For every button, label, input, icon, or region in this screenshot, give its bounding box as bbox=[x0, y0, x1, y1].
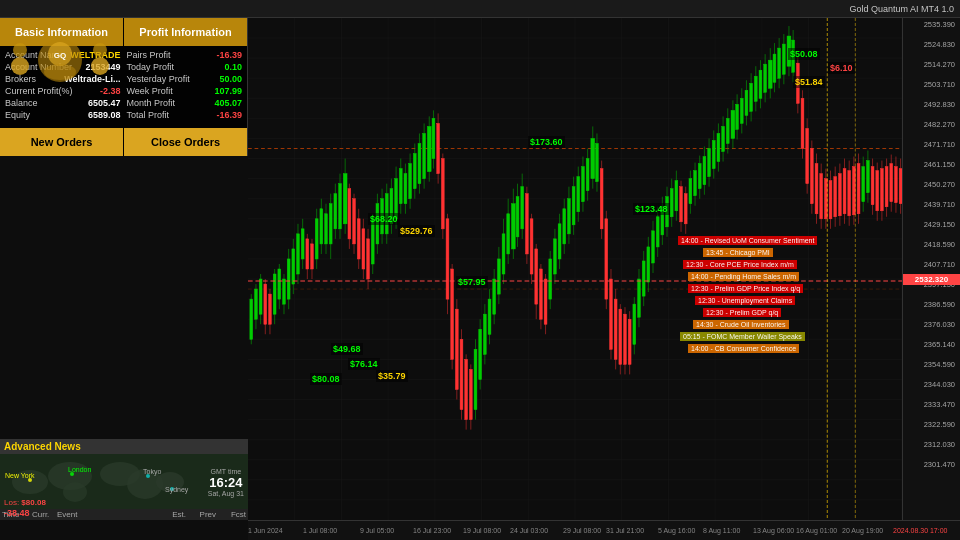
equity-value: 6589.08 bbox=[88, 110, 121, 120]
current-profit-label: Current Profit(%) bbox=[5, 86, 73, 96]
annotation-57-95: $57.95 bbox=[456, 276, 488, 288]
price-label-20: 2322.590 bbox=[924, 420, 958, 429]
balance-value: 6505.47 bbox=[88, 98, 121, 108]
new-orders-button[interactable]: New Orders bbox=[0, 128, 124, 156]
yesterday-profit-value: 50.00 bbox=[219, 74, 242, 84]
price-label-15: 2376.030 bbox=[924, 320, 958, 329]
time-label-6: 29 Jul 08:00 bbox=[563, 527, 601, 534]
price-label-3: 2503.710 bbox=[924, 80, 958, 89]
balance-label: Balance bbox=[5, 98, 38, 108]
news-header: Advanced News bbox=[0, 439, 248, 454]
annotation-529-76: $529.76 bbox=[398, 225, 435, 237]
close-orders-button[interactable]: Close Orders bbox=[124, 128, 247, 156]
current-profit-value: -2.38 bbox=[100, 86, 121, 96]
news-event-5: 12:30 - Prelim GDP Price Index q/q bbox=[688, 284, 803, 293]
price-label-16: 2365.140 bbox=[924, 340, 958, 349]
app-title: Gold Quantum AI MT4 1.0 bbox=[849, 4, 954, 14]
city-london: London bbox=[68, 466, 91, 473]
month-profit-label: Month Profit bbox=[127, 98, 176, 108]
today-profit-label: Today Profit bbox=[127, 62, 175, 72]
loss-info: Los: $80.08 bbox=[4, 498, 46, 507]
time-label-12: 20 Aug 19:00 bbox=[842, 527, 883, 534]
price-label-12: 2407.710 bbox=[924, 260, 958, 269]
chart-area: $68.20 $529.76 $57.95 $173.60 $123.48 $5… bbox=[248, 18, 960, 520]
news-panel: Advanced News New York London Tokyo Sydn… bbox=[0, 439, 248, 520]
total-profit-value: -16.39 bbox=[216, 110, 242, 120]
price-label-4: 2492.830 bbox=[924, 100, 958, 109]
annotation-35-79: $35.79 bbox=[376, 370, 408, 382]
price-label-2: 2514.270 bbox=[924, 60, 958, 69]
loss-label: Los: bbox=[4, 498, 19, 507]
price-label-9: 2439.710 bbox=[924, 200, 958, 209]
price-label-10: 2429.150 bbox=[924, 220, 958, 229]
news-event-2: 13:45 - Chicago PMI bbox=[703, 248, 773, 257]
week-profit-label: Week Profit bbox=[127, 86, 173, 96]
svg-point-3 bbox=[11, 57, 29, 75]
news-event-8: 14:30 - Crude Oil Inventories bbox=[693, 320, 789, 329]
current-price-label: 2532.320 bbox=[903, 274, 960, 285]
price-below-axis: -38.48 bbox=[4, 508, 30, 518]
price-label-0: 2535.390 bbox=[924, 20, 958, 29]
balance-row: Balance 6505.47 bbox=[5, 98, 121, 108]
gmt-date: Sat, Aug 31 bbox=[208, 489, 244, 496]
annotation-50-08: $50.08 bbox=[788, 48, 820, 60]
pairs-profit-label: Pairs Profit bbox=[127, 50, 171, 60]
price-label-14: 2386.590 bbox=[924, 300, 958, 309]
total-profit-row: Total Profit -16.39 bbox=[127, 110, 243, 120]
buttons-row: New Orders Close Orders bbox=[0, 128, 247, 156]
price-label-5: 2482.270 bbox=[924, 120, 958, 129]
annotation-76-14: $76.14 bbox=[348, 358, 380, 370]
time-label-7: 31 Jul 21:00 bbox=[606, 527, 644, 534]
news-table-header: Time Curr. Event Est. Prev Fcst bbox=[0, 509, 248, 520]
equity-row: Equity 6589.08 bbox=[5, 110, 121, 120]
news-col-event-header: Event bbox=[57, 510, 156, 519]
time-label-8: 5 Aug 16:00 bbox=[658, 527, 695, 534]
chart-canvas: $68.20 $529.76 $57.95 $173.60 $123.48 $5… bbox=[248, 18, 902, 520]
news-header-text: Advanced News bbox=[4, 441, 81, 452]
news-col-est-header: Est. bbox=[156, 510, 186, 519]
price-label-19: 2333.470 bbox=[924, 400, 958, 409]
today-profit-value: 0.10 bbox=[224, 62, 242, 72]
gold-face: GQ bbox=[0, 36, 120, 84]
profit-info-header: Profit Information bbox=[124, 18, 247, 46]
left-panel: GQ Basic Information Profit Information … bbox=[0, 18, 248, 156]
price-axis: 2535.390 2524.830 2514.270 2503.710 2492… bbox=[902, 18, 960, 520]
annotation-80-08: $80.08 bbox=[310, 373, 342, 385]
news-event-10: 14:00 - CB Consumer Confidence bbox=[688, 344, 799, 353]
month-profit-value: 405.07 bbox=[214, 98, 242, 108]
yesterday-profit-row: Yesterday Profit 50.00 bbox=[127, 74, 243, 84]
current-profit-row: Current Profit(%) -2.38 bbox=[5, 86, 121, 96]
city-new-york: New York bbox=[5, 472, 35, 479]
profit-info-col: Pairs Profit -16.39 Today Profit 0.10 Ye… bbox=[124, 50, 246, 122]
price-label-7: 2461.150 bbox=[924, 160, 958, 169]
news-event-4: 14:00 - Pending Home Sales m/m bbox=[688, 272, 799, 281]
price-label-22: 2301.470 bbox=[924, 460, 958, 469]
annotation-51-84: $51.84 bbox=[793, 76, 825, 88]
pairs-profit-row: Pairs Profit -16.39 bbox=[127, 50, 243, 60]
gmt-box: GMT time 16:24 Sat, Aug 31 bbox=[208, 467, 244, 496]
annotation-49-68: $49.68 bbox=[331, 343, 363, 355]
time-label-0: 1 Jun 2024 bbox=[248, 527, 283, 534]
time-label-9: 8 Aug 11:00 bbox=[703, 527, 740, 534]
news-event-1: 14:00 - Revised UoM Consumer Sentiment bbox=[678, 236, 817, 245]
time-label-13: 2024.08.30 17:00 bbox=[893, 527, 948, 534]
price-label-18: 2344.030 bbox=[924, 380, 958, 389]
svg-point-4 bbox=[91, 57, 109, 75]
yesterday-profit-label: Yesterday Profit bbox=[127, 74, 190, 84]
time-label-1: 1 Jul 08:00 bbox=[303, 527, 337, 534]
week-profit-value: 107.99 bbox=[214, 86, 242, 96]
svg-point-334 bbox=[63, 482, 87, 502]
time-label-10: 13 Aug 06:00 bbox=[753, 527, 794, 534]
annotation-6-10: $6.10 bbox=[828, 62, 855, 74]
month-profit-row: Month Profit 405.07 bbox=[127, 98, 243, 108]
top-bar: Gold Quantum AI MT4 1.0 bbox=[0, 0, 960, 18]
svg-point-5 bbox=[13, 43, 27, 57]
gmt-label: GMT time bbox=[208, 467, 244, 474]
news-event-3: 12:30 - Core PCE Price Index m/m bbox=[683, 260, 797, 269]
time-label-2: 9 Jul 05:00 bbox=[360, 527, 394, 534]
city-sydney: Sydney bbox=[165, 486, 188, 493]
city-tokyo: Tokyo bbox=[143, 468, 161, 475]
loss-value: $80.08 bbox=[21, 498, 45, 507]
time-label-11: 16 Aug 01:00 bbox=[796, 527, 837, 534]
price-label-1: 2524.830 bbox=[924, 40, 958, 49]
